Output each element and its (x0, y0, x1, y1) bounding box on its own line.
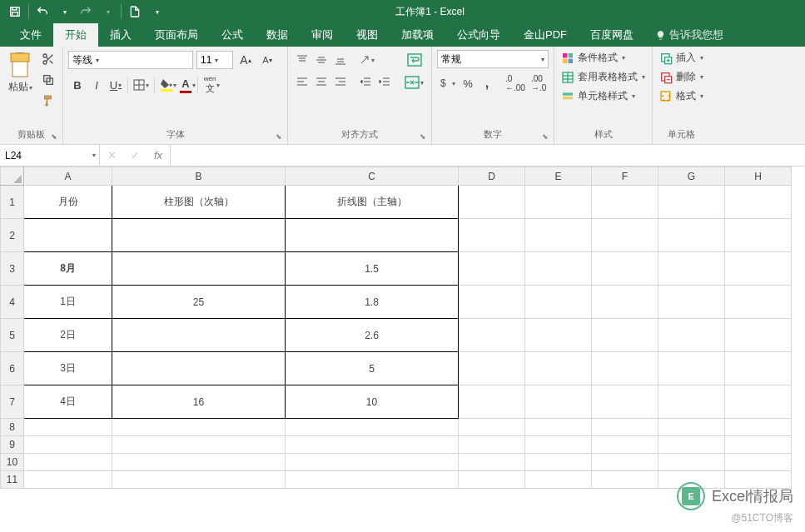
clipboard-launcher[interactable]: ⬊ (51, 132, 57, 141)
italic-button[interactable]: I (87, 75, 106, 95)
cell-G4[interactable] (658, 286, 725, 319)
row-header-8[interactable]: 8 (1, 419, 24, 436)
cell-C11[interactable] (286, 471, 459, 489)
cell-C9[interactable] (286, 436, 459, 454)
cell-A7[interactable]: 4日 (24, 385, 112, 419)
cell-F4[interactable] (592, 286, 658, 319)
cell-F9[interactable] (592, 436, 658, 454)
qat-customize[interactable]: ▾ (147, 2, 166, 22)
cell-H1[interactable] (725, 186, 792, 219)
cell-C6[interactable]: 5 (286, 352, 459, 385)
row-header-10[interactable]: 10 (1, 454, 24, 471)
cell-A8[interactable] (24, 419, 112, 436)
cell-D4[interactable] (459, 286, 525, 319)
column-header-F[interactable]: F (592, 167, 658, 186)
cell-A11[interactable] (24, 471, 112, 489)
cell-G5[interactable] (658, 319, 725, 352)
cell-A3[interactable]: 8月 (24, 252, 112, 286)
column-header-E[interactable]: E (525, 167, 592, 186)
cell-E2[interactable] (525, 219, 592, 252)
cell-E1[interactable] (525, 186, 592, 219)
undo-dropdown[interactable]: ▾ (54, 2, 74, 22)
cell-F1[interactable] (592, 186, 658, 219)
number-launcher[interactable]: ⬊ (542, 132, 549, 141)
cell-styles-button[interactable]: 单元格样式▾ (559, 88, 637, 104)
cell-H10[interactable] (725, 454, 792, 471)
name-box[interactable]: L24▾ (0, 145, 100, 166)
font-color-button[interactable]: A▾ (176, 75, 195, 95)
cell-B8[interactable] (112, 419, 286, 436)
cell-A1[interactable]: 月份 (24, 186, 112, 219)
cell-G8[interactable] (658, 419, 725, 436)
align-right-button[interactable] (331, 72, 350, 92)
cell-D6[interactable] (459, 352, 525, 385)
wrap-text-button[interactable] (402, 50, 426, 70)
row-header-4[interactable]: 4 (1, 286, 24, 319)
column-header-A[interactable]: A (24, 167, 112, 186)
increase-font-button[interactable]: A▴ (236, 50, 255, 70)
cell-C7[interactable]: 10 (286, 385, 459, 419)
font-name-combo[interactable]: 等线▾ (68, 51, 193, 69)
cell-E7[interactable] (525, 385, 592, 419)
cell-H7[interactable] (725, 385, 792, 419)
tab-view[interactable]: 视图 (345, 23, 390, 47)
redo-button[interactable] (76, 2, 96, 22)
cell-D1[interactable] (459, 186, 525, 219)
font-launcher[interactable]: ⬊ (276, 132, 282, 141)
align-center-button[interactable] (312, 72, 330, 92)
worksheet-grid[interactable]: ABCDEFGH1月份柱形图（次轴）折线图（主轴）238月1.541日251.8… (0, 167, 805, 532)
cell-C4[interactable]: 1.8 (286, 286, 459, 319)
borders-button[interactable]: ▾ (131, 75, 152, 95)
format-as-table-button[interactable]: 套用表格格式▾ (559, 69, 647, 85)
cell-B1[interactable]: 柱形图（次轴） (112, 186, 286, 219)
cell-B3[interactable] (112, 252, 286, 286)
column-header-H[interactable]: H (725, 167, 792, 186)
cell-H3[interactable] (725, 252, 792, 286)
tab-addins[interactable]: 加载项 (390, 23, 445, 47)
cell-E8[interactable] (525, 419, 592, 436)
row-header-9[interactable]: 9 (1, 436, 24, 454)
cell-G7[interactable] (658, 385, 725, 419)
cut-button[interactable] (39, 50, 57, 68)
tab-wps-pdf[interactable]: 金山PDF (512, 23, 579, 47)
cell-B9[interactable] (112, 436, 286, 454)
row-header-1[interactable]: 1 (1, 186, 24, 219)
cell-H6[interactable] (725, 352, 792, 385)
cell-G2[interactable] (658, 219, 725, 252)
cell-B7[interactable]: 16 (112, 385, 286, 419)
cell-H2[interactable] (725, 219, 792, 252)
row-header-11[interactable]: 11 (1, 471, 24, 489)
cell-A5[interactable]: 2日 (24, 319, 112, 352)
cell-H5[interactable] (725, 319, 792, 352)
tab-formula-wizard[interactable]: 公式向导 (445, 23, 512, 47)
cell-G1[interactable] (658, 186, 725, 219)
number-format-combo[interactable]: 常规▾ (437, 50, 549, 68)
tab-insert[interactable]: 插入 (98, 23, 143, 47)
cell-B5[interactable] (112, 319, 286, 352)
cell-D3[interactable] (459, 252, 525, 286)
column-header-B[interactable]: B (112, 167, 286, 186)
new-file-button[interactable] (125, 2, 145, 22)
cell-E10[interactable] (525, 454, 592, 471)
decrease-font-button[interactable]: A▾ (258, 50, 276, 70)
cell-D8[interactable] (459, 419, 525, 436)
conditional-formatting-button[interactable]: 条件格式▾ (559, 50, 627, 66)
redo-dropdown[interactable]: ▾ (97, 2, 117, 22)
font-size-combo[interactable]: 11▾ (196, 51, 233, 69)
cell-G3[interactable] (658, 252, 725, 286)
cell-D11[interactable] (459, 471, 525, 489)
cell-F10[interactable] (592, 454, 658, 471)
cell-E3[interactable] (525, 252, 592, 286)
decrease-indent-button[interactable] (356, 72, 375, 92)
cell-D9[interactable] (459, 436, 525, 454)
row-header-5[interactable]: 5 (1, 319, 24, 352)
cell-E9[interactable] (525, 436, 592, 454)
cell-B11[interactable] (112, 471, 286, 489)
insert-function-button[interactable]: fx (147, 149, 170, 162)
cell-B6[interactable] (112, 352, 286, 385)
tab-home[interactable]: 开始 (53, 23, 98, 47)
cell-F2[interactable] (592, 219, 658, 252)
format-cells-button[interactable]: 格式▾ (658, 88, 705, 104)
format-painter-button[interactable] (39, 92, 57, 110)
cell-H4[interactable] (725, 286, 792, 319)
